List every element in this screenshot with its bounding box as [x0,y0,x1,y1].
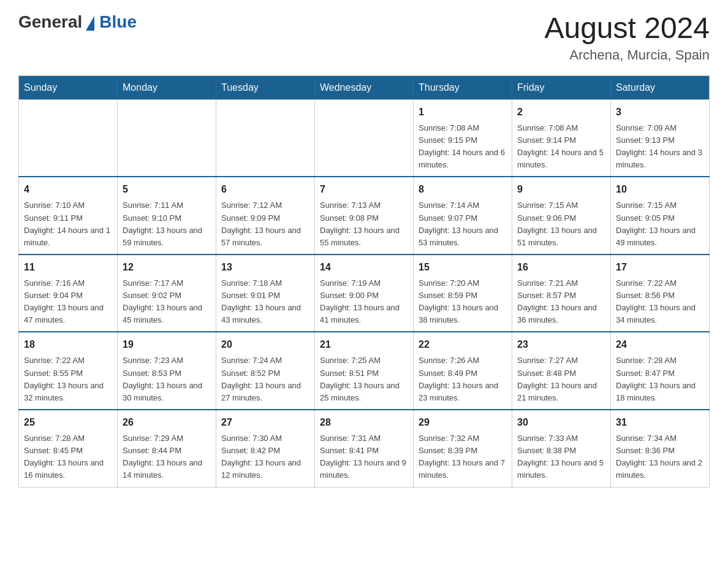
calendar-weekday-header: Saturday [611,75,710,99]
day-number: 14 [320,260,408,275]
day-info: Sunrise: 7:08 AMSunset: 9:14 PMDaylight:… [517,123,604,169]
day-info: Sunrise: 7:18 AMSunset: 9:01 PMDaylight:… [221,278,301,324]
day-number: 28 [320,415,408,430]
calendar-day-cell: 30Sunrise: 7:33 AMSunset: 8:38 PMDayligh… [512,410,611,487]
day-info: Sunrise: 7:22 AMSunset: 8:55 PMDaylight:… [24,356,104,402]
day-info: Sunrise: 7:26 AMSunset: 8:49 PMDaylight:… [419,356,498,402]
day-number: 12 [123,260,211,275]
day-info: Sunrise: 7:21 AMSunset: 8:57 PMDaylight:… [517,278,597,324]
day-number: 7 [320,182,408,197]
page-title: August 2024 [544,12,710,45]
title-block: August 2024 Archena, Murcia, Spain [544,12,710,63]
calendar-day-cell: 22Sunrise: 7:26 AMSunset: 8:49 PMDayligh… [414,332,512,410]
day-number: 3 [616,105,704,120]
calendar-day-cell: 10Sunrise: 7:15 AMSunset: 9:05 PMDayligh… [611,177,710,255]
calendar-table: SundayMondayTuesdayWednesdayThursdayFrid… [18,75,710,488]
day-number: 21 [320,337,408,352]
day-number: 27 [221,415,309,430]
calendar-day-cell: 1Sunrise: 7:08 AMSunset: 9:15 PMDaylight… [414,99,512,177]
page-header: General Blue August 2024 Archena, Murcia… [18,12,710,63]
day-number: 10 [616,182,704,197]
calendar-weekday-header: Thursday [414,75,512,99]
calendar-day-cell: 14Sunrise: 7:19 AMSunset: 9:00 PMDayligh… [315,255,414,332]
day-info: Sunrise: 7:28 AMSunset: 8:45 PMDaylight:… [24,434,104,480]
calendar-day-cell: 12Sunrise: 7:17 AMSunset: 9:02 PMDayligh… [118,255,216,332]
day-info: Sunrise: 7:12 AMSunset: 9:09 PMDaylight:… [221,201,301,247]
day-number: 29 [419,415,507,430]
day-info: Sunrise: 7:09 AMSunset: 9:13 PMDaylight:… [616,123,702,169]
day-info: Sunrise: 7:31 AMSunset: 8:41 PMDaylight:… [320,434,406,480]
calendar-weekday-header: Sunday [19,75,118,99]
day-number: 25 [24,415,112,430]
day-number: 9 [517,182,605,197]
day-number: 16 [517,260,605,275]
day-info: Sunrise: 7:20 AMSunset: 8:59 PMDaylight:… [419,278,498,324]
day-info: Sunrise: 7:11 AMSunset: 9:10 PMDaylight:… [123,201,202,247]
day-info: Sunrise: 7:17 AMSunset: 9:02 PMDaylight:… [123,278,202,324]
calendar-day-cell: 13Sunrise: 7:18 AMSunset: 9:01 PMDayligh… [216,255,315,332]
day-info: Sunrise: 7:29 AMSunset: 8:44 PMDaylight:… [123,434,202,480]
day-number: 2 [517,105,605,120]
day-number: 20 [221,337,309,352]
day-number: 30 [517,415,605,430]
day-number: 5 [123,182,211,197]
day-info: Sunrise: 7:32 AMSunset: 8:39 PMDaylight:… [419,434,505,480]
day-number: 13 [221,260,309,275]
logo-triangle-icon [86,16,94,31]
calendar-week-row: 18Sunrise: 7:22 AMSunset: 8:55 PMDayligh… [19,332,710,410]
calendar-day-cell: 4Sunrise: 7:10 AMSunset: 9:11 PMDaylight… [19,177,118,255]
calendar-day-cell: 6Sunrise: 7:12 AMSunset: 9:09 PMDaylight… [216,177,315,255]
page-subtitle: Archena, Murcia, Spain [544,47,710,63]
day-info: Sunrise: 7:16 AMSunset: 9:04 PMDaylight:… [24,278,104,324]
day-info: Sunrise: 7:13 AMSunset: 9:08 PMDaylight:… [320,201,400,247]
calendar-day-cell: 8Sunrise: 7:14 AMSunset: 9:07 PMDaylight… [414,177,512,255]
calendar-day-cell: 23Sunrise: 7:27 AMSunset: 8:48 PMDayligh… [512,332,611,410]
calendar-day-cell: 7Sunrise: 7:13 AMSunset: 9:08 PMDaylight… [315,177,414,255]
calendar-day-cell: 28Sunrise: 7:31 AMSunset: 8:41 PMDayligh… [315,410,414,487]
day-number: 31 [616,415,704,430]
day-number: 17 [616,260,704,275]
day-info: Sunrise: 7:19 AMSunset: 9:00 PMDaylight:… [320,278,400,324]
day-number: 26 [123,415,211,430]
day-info: Sunrise: 7:23 AMSunset: 8:53 PMDaylight:… [123,356,202,402]
calendar-week-row: 1Sunrise: 7:08 AMSunset: 9:15 PMDaylight… [19,99,710,177]
calendar-day-cell [118,99,216,177]
calendar-day-cell: 21Sunrise: 7:25 AMSunset: 8:51 PMDayligh… [315,332,414,410]
day-number: 8 [419,182,507,197]
day-info: Sunrise: 7:28 AMSunset: 8:47 PMDaylight:… [616,356,696,402]
calendar-day-cell: 9Sunrise: 7:15 AMSunset: 9:06 PMDaylight… [512,177,611,255]
calendar-day-cell: 20Sunrise: 7:24 AMSunset: 8:52 PMDayligh… [216,332,315,410]
calendar-day-cell: 27Sunrise: 7:30 AMSunset: 8:42 PMDayligh… [216,410,315,487]
logo-blue-text: Blue [99,12,137,32]
day-info: Sunrise: 7:10 AMSunset: 9:11 PMDaylight:… [24,201,110,247]
day-number: 11 [24,260,112,275]
day-number: 22 [419,337,507,352]
day-info: Sunrise: 7:15 AMSunset: 9:05 PMDaylight:… [616,201,696,247]
day-number: 6 [221,182,309,197]
calendar-day-cell: 18Sunrise: 7:22 AMSunset: 8:55 PMDayligh… [19,332,118,410]
day-number: 24 [616,337,704,352]
logo: General Blue [18,12,137,32]
day-info: Sunrise: 7:24 AMSunset: 8:52 PMDaylight:… [221,356,301,402]
day-info: Sunrise: 7:30 AMSunset: 8:42 PMDaylight:… [221,434,301,480]
day-info: Sunrise: 7:25 AMSunset: 8:51 PMDaylight:… [320,356,400,402]
calendar-day-cell: 3Sunrise: 7:09 AMSunset: 9:13 PMDaylight… [611,99,710,177]
day-info: Sunrise: 7:34 AMSunset: 8:36 PMDaylight:… [616,434,702,480]
calendar-header-row: SundayMondayTuesdayWednesdayThursdayFrid… [19,75,710,99]
day-info: Sunrise: 7:22 AMSunset: 8:56 PMDaylight:… [616,278,696,324]
calendar-day-cell: 17Sunrise: 7:22 AMSunset: 8:56 PMDayligh… [611,255,710,332]
day-number: 18 [24,337,112,352]
calendar-weekday-header: Monday [118,75,216,99]
calendar-day-cell: 11Sunrise: 7:16 AMSunset: 9:04 PMDayligh… [19,255,118,332]
day-info: Sunrise: 7:15 AMSunset: 9:06 PMDaylight:… [517,201,597,247]
calendar-day-cell: 26Sunrise: 7:29 AMSunset: 8:44 PMDayligh… [118,410,216,487]
day-info: Sunrise: 7:08 AMSunset: 9:15 PMDaylight:… [419,123,505,169]
day-info: Sunrise: 7:14 AMSunset: 9:07 PMDaylight:… [419,201,498,247]
logo-general-text: General [18,12,82,32]
calendar-day-cell: 25Sunrise: 7:28 AMSunset: 8:45 PMDayligh… [19,410,118,487]
calendar-weekday-header: Tuesday [216,75,315,99]
calendar-day-cell: 2Sunrise: 7:08 AMSunset: 9:14 PMDaylight… [512,99,611,177]
calendar-day-cell: 24Sunrise: 7:28 AMSunset: 8:47 PMDayligh… [611,332,710,410]
calendar-day-cell: 5Sunrise: 7:11 AMSunset: 9:10 PMDaylight… [118,177,216,255]
calendar-weekday-header: Wednesday [315,75,414,99]
